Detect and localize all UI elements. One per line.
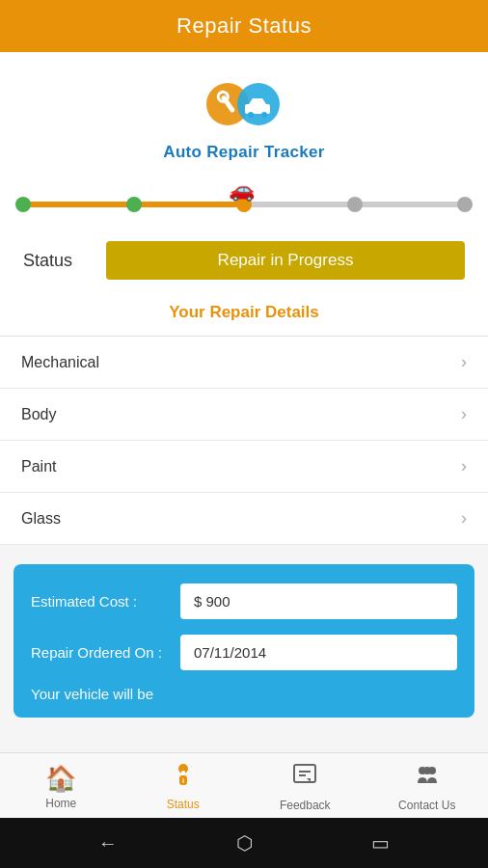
logo-container [201,69,287,139]
estimated-cost-value: $ 900 [180,583,457,619]
repair-ordered-value: 07/11/2014 [180,635,457,670]
svg-rect-11 [294,765,315,782]
nav-item-contact[interactable]: Contact Us [366,762,489,812]
info-row-ordered: Repair Ordered On : 07/11/2014 [31,635,457,670]
status-row: Status Repair in Progress [0,230,488,295]
home-icon: 🏠 [45,764,76,794]
nav-label-status: Status [167,798,200,811]
logo-text: Auto Repair Tracker [163,143,324,162]
progress-dot-2 [126,197,142,212]
info-card: Estimated Cost : $ 900 Repair Ordered On… [14,564,474,718]
header-title: Repair Status [176,14,312,38]
android-back-button[interactable]: ← [98,832,118,854]
svg-point-9 [181,771,185,774]
feedback-icon [291,762,318,796]
android-recents-button[interactable]: ▭ [371,831,390,854]
category-item-glass[interactable]: Glass › [0,493,488,545]
svg-point-5 [248,112,254,118]
contact-icon [414,762,441,796]
category-item-mechanical[interactable]: Mechanical › [0,337,488,389]
nav-label-home: Home [45,797,76,810]
progress-dot-5 [457,197,473,212]
progress-dot-1 [15,197,31,212]
progress-section: 🚗 [0,172,488,230]
nav-label-contact: Contact Us [398,799,455,812]
category-name-body: Body [21,406,56,423]
nav-item-status[interactable]: i Status [122,762,245,811]
category-name-glass: Glass [21,510,61,528]
progress-dot-4 [347,197,363,212]
svg-point-16 [423,767,431,774]
repair-ordered-label: Repair Ordered On : [31,644,180,661]
info-row-vehicle: Your vehicle will be [31,686,457,702]
chevron-right-icon-glass: › [461,508,467,529]
svg-point-6 [261,112,267,118]
category-list: Mechanical › Body › Paint › Glass › [0,337,488,545]
chevron-right-icon-mechanical: › [461,352,467,372]
category-item-paint[interactable]: Paint › [0,441,488,493]
logo-section: Auto Repair Tracker [0,52,488,172]
category-item-body[interactable]: Body › [0,389,488,441]
status-label: Status [23,251,91,271]
vehicle-label: Your vehicle will be [31,686,153,702]
info-row-cost: Estimated Cost : $ 900 [31,583,457,619]
bottom-nav: 🏠 Home i Status Feedback [0,752,488,818]
nav-item-home[interactable]: 🏠 Home [0,764,122,810]
app-header: Repair Status [0,0,488,52]
svg-rect-4 [245,104,270,114]
car-progress-icon: 🚗 [229,177,255,203]
nav-label-feedback: Feedback [280,799,331,812]
status-badge: Repair in Progress [106,241,465,280]
app-logo-icon [201,69,287,139]
progress-bar: 🚗 [23,185,465,224]
android-nav-bar: ← ⬡ ▭ [0,818,488,868]
status-icon: i [170,762,197,795]
chevron-right-icon-body: › [461,404,467,424]
android-home-button[interactable]: ⬡ [236,831,253,854]
repair-details-heading: Your Repair Details [0,295,488,337]
nav-item-feedback[interactable]: Feedback [244,762,366,812]
category-name-paint: Paint [21,458,56,475]
svg-text:i: i [182,776,184,785]
estimated-cost-label: Estimated Cost : [31,593,180,610]
chevron-right-icon-paint: › [461,456,467,476]
category-name-mechanical: Mechanical [21,354,99,371]
